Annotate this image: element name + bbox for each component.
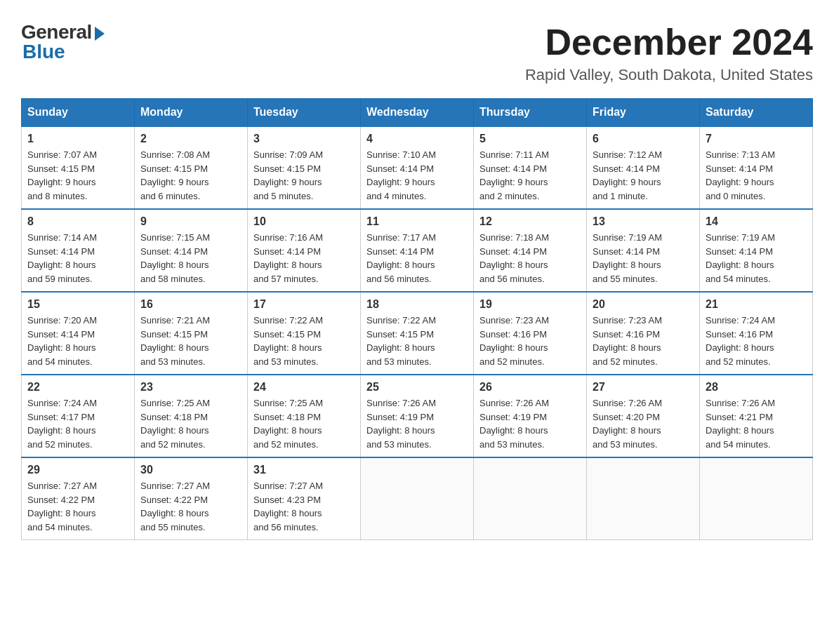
day-info: Sunrise: 7:19 AMSunset: 4:14 PMDaylight:… (706, 231, 807, 286)
table-row (361, 457, 474, 540)
table-row: 16Sunrise: 7:21 AMSunset: 4:15 PMDayligh… (135, 292, 248, 375)
day-info: Sunrise: 7:08 AMSunset: 4:15 PMDaylight:… (140, 148, 241, 203)
table-row: 8Sunrise: 7:14 AMSunset: 4:14 PMDaylight… (22, 209, 135, 292)
day-info: Sunrise: 7:26 AMSunset: 4:19 PMDaylight:… (479, 396, 581, 451)
day-info: Sunrise: 7:23 AMSunset: 4:16 PMDaylight:… (479, 314, 581, 368)
day-info: Sunrise: 7:15 AMSunset: 4:14 PMDaylight:… (140, 231, 241, 286)
table-row: 23Sunrise: 7:25 AMSunset: 4:18 PMDayligh… (135, 375, 248, 457)
day-number: 24 (253, 381, 355, 394)
day-info: Sunrise: 7:17 AMSunset: 4:14 PMDaylight:… (366, 231, 468, 286)
day-info: Sunrise: 7:12 AMSunset: 4:14 PMDaylight:… (593, 148, 694, 203)
day-info: Sunrise: 7:20 AMSunset: 4:14 PMDaylight:… (27, 314, 128, 368)
logo-blue-text: Blue (22, 41, 65, 63)
calendar-week-row: 22Sunrise: 7:24 AMSunset: 4:17 PMDayligh… (22, 375, 813, 457)
table-row: 2Sunrise: 7:08 AMSunset: 4:15 PMDaylight… (135, 126, 248, 209)
table-row: 22Sunrise: 7:24 AMSunset: 4:17 PMDayligh… (22, 375, 135, 457)
table-row: 12Sunrise: 7:18 AMSunset: 4:14 PMDayligh… (474, 209, 587, 292)
day-number: 1 (27, 133, 128, 145)
day-info: Sunrise: 7:09 AMSunset: 4:15 PMDaylight:… (253, 148, 355, 203)
calendar-table: Sunday Monday Tuesday Wednesday Thursday… (21, 98, 813, 540)
day-info: Sunrise: 7:25 AMSunset: 4:18 PMDaylight:… (140, 396, 241, 451)
header-saturday: Saturday (700, 99, 813, 127)
table-row: 11Sunrise: 7:17 AMSunset: 4:14 PMDayligh… (361, 209, 474, 292)
table-row: 25Sunrise: 7:26 AMSunset: 4:19 PMDayligh… (361, 375, 474, 457)
table-row (700, 457, 813, 540)
table-row: 21Sunrise: 7:24 AMSunset: 4:16 PMDayligh… (700, 292, 813, 375)
header-monday: Monday (135, 99, 248, 127)
table-row: 30Sunrise: 7:27 AMSunset: 4:22 PMDayligh… (135, 457, 248, 540)
calendar-week-row: 1Sunrise: 7:07 AMSunset: 4:15 PMDaylight… (22, 126, 813, 209)
day-info: Sunrise: 7:19 AMSunset: 4:14 PMDaylight:… (593, 231, 694, 286)
day-number: 8 (27, 215, 128, 228)
day-number: 15 (27, 298, 128, 311)
location-title: Rapid Valley, South Dakota, United State… (525, 66, 813, 84)
day-number: 3 (253, 133, 355, 145)
day-info: Sunrise: 7:25 AMSunset: 4:18 PMDaylight:… (253, 396, 355, 451)
day-number: 22 (27, 381, 128, 394)
day-number: 28 (706, 381, 807, 394)
day-number: 7 (706, 133, 807, 145)
day-info: Sunrise: 7:16 AMSunset: 4:14 PMDaylight:… (253, 231, 355, 286)
day-info: Sunrise: 7:18 AMSunset: 4:14 PMDaylight:… (479, 231, 581, 286)
day-number: 30 (140, 464, 241, 476)
header: General Blue December 2024 Rapid Valley,… (21, 21, 813, 84)
day-number: 29 (27, 464, 128, 476)
table-row: 14Sunrise: 7:19 AMSunset: 4:14 PMDayligh… (700, 209, 813, 292)
table-row: 15Sunrise: 7:20 AMSunset: 4:14 PMDayligh… (22, 292, 135, 375)
calendar-week-row: 29Sunrise: 7:27 AMSunset: 4:22 PMDayligh… (22, 457, 813, 540)
day-number: 4 (366, 133, 468, 145)
day-number: 20 (593, 298, 694, 311)
table-row: 4Sunrise: 7:10 AMSunset: 4:14 PMDaylight… (361, 126, 474, 209)
table-row: 26Sunrise: 7:26 AMSunset: 4:19 PMDayligh… (474, 375, 587, 457)
table-row: 13Sunrise: 7:19 AMSunset: 4:14 PMDayligh… (587, 209, 700, 292)
header-sunday: Sunday (22, 99, 135, 127)
day-number: 26 (479, 381, 581, 394)
day-info: Sunrise: 7:22 AMSunset: 4:15 PMDaylight:… (366, 314, 468, 368)
day-info: Sunrise: 7:21 AMSunset: 4:15 PMDaylight:… (140, 314, 241, 368)
day-number: 18 (366, 298, 468, 311)
day-info: Sunrise: 7:23 AMSunset: 4:16 PMDaylight:… (593, 314, 694, 368)
table-row: 6Sunrise: 7:12 AMSunset: 4:14 PMDaylight… (587, 126, 700, 209)
day-number: 31 (253, 464, 355, 476)
day-info: Sunrise: 7:10 AMSunset: 4:14 PMDaylight:… (366, 148, 468, 203)
logo: General Blue (21, 21, 105, 63)
day-number: 21 (706, 298, 807, 311)
table-row: 9Sunrise: 7:15 AMSunset: 4:14 PMDaylight… (135, 209, 248, 292)
month-title: December 2024 (525, 21, 813, 63)
day-number: 25 (366, 381, 468, 394)
day-info: Sunrise: 7:27 AMSunset: 4:22 PMDaylight:… (27, 479, 128, 534)
day-number: 10 (253, 215, 355, 228)
day-info: Sunrise: 7:24 AMSunset: 4:17 PMDaylight:… (27, 396, 128, 451)
calendar-week-row: 8Sunrise: 7:14 AMSunset: 4:14 PMDaylight… (22, 209, 813, 292)
table-row: 18Sunrise: 7:22 AMSunset: 4:15 PMDayligh… (361, 292, 474, 375)
day-info: Sunrise: 7:27 AMSunset: 4:23 PMDaylight:… (253, 479, 355, 534)
table-row: 24Sunrise: 7:25 AMSunset: 4:18 PMDayligh… (248, 375, 361, 457)
day-info: Sunrise: 7:07 AMSunset: 4:15 PMDaylight:… (27, 148, 128, 203)
table-row (474, 457, 587, 540)
header-tuesday: Tuesday (248, 99, 361, 127)
table-row (587, 457, 700, 540)
day-info: Sunrise: 7:14 AMSunset: 4:14 PMDaylight:… (27, 231, 128, 286)
table-row: 7Sunrise: 7:13 AMSunset: 4:14 PMDaylight… (700, 126, 813, 209)
day-info: Sunrise: 7:27 AMSunset: 4:22 PMDaylight:… (140, 479, 241, 534)
day-info: Sunrise: 7:11 AMSunset: 4:14 PMDaylight:… (479, 148, 581, 203)
table-row: 27Sunrise: 7:26 AMSunset: 4:20 PMDayligh… (587, 375, 700, 457)
day-info: Sunrise: 7:24 AMSunset: 4:16 PMDaylight:… (706, 314, 807, 368)
day-number: 12 (479, 215, 581, 228)
day-info: Sunrise: 7:26 AMSunset: 4:20 PMDaylight:… (593, 396, 694, 451)
header-wednesday: Wednesday (361, 99, 474, 127)
day-number: 13 (593, 215, 694, 228)
calendar-body: 1Sunrise: 7:07 AMSunset: 4:15 PMDaylight… (22, 126, 813, 540)
table-row: 19Sunrise: 7:23 AMSunset: 4:16 PMDayligh… (474, 292, 587, 375)
logo-arrow-icon (95, 27, 105, 41)
day-number: 19 (479, 298, 581, 311)
table-row: 31Sunrise: 7:27 AMSunset: 4:23 PMDayligh… (248, 457, 361, 540)
calendar-week-row: 15Sunrise: 7:20 AMSunset: 4:14 PMDayligh… (22, 292, 813, 375)
day-number: 5 (479, 133, 581, 145)
day-info: Sunrise: 7:22 AMSunset: 4:15 PMDaylight:… (253, 314, 355, 368)
table-row: 20Sunrise: 7:23 AMSunset: 4:16 PMDayligh… (587, 292, 700, 375)
day-info: Sunrise: 7:13 AMSunset: 4:14 PMDaylight:… (706, 148, 807, 203)
table-row: 29Sunrise: 7:27 AMSunset: 4:22 PMDayligh… (22, 457, 135, 540)
title-area: December 2024 Rapid Valley, South Dakota… (525, 21, 813, 84)
table-row: 10Sunrise: 7:16 AMSunset: 4:14 PMDayligh… (248, 209, 361, 292)
